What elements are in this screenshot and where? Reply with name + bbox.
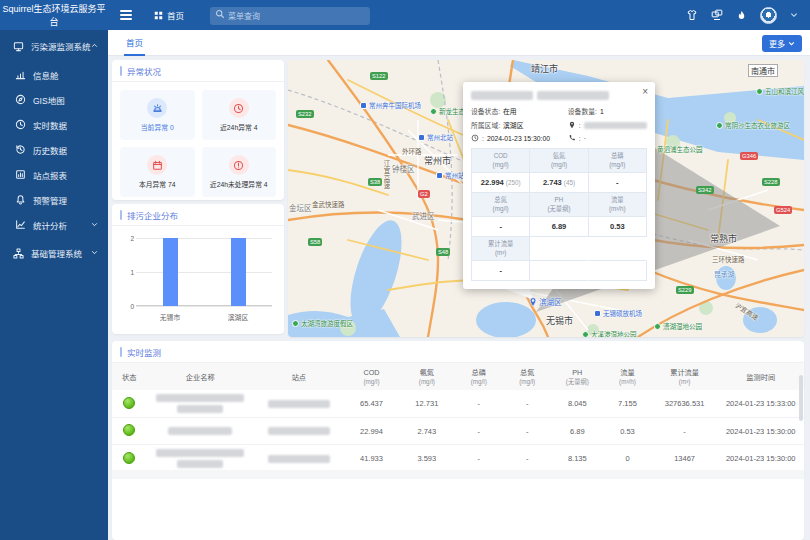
chart-panel-title: 排污企业分布 xyxy=(112,204,284,226)
map-label-南通市: 南通市 xyxy=(748,64,778,77)
sidebar-item-label: 信息舱 xyxy=(33,69,59,81)
topbar-home-link[interactable]: 首页 xyxy=(154,9,184,21)
sidebar-item-label: GIS地图 xyxy=(33,94,65,106)
map-label-金武快速路: 金武快速路 xyxy=(312,199,345,209)
sidebar-item-label: 基础管理系统 xyxy=(31,247,82,259)
sidebar-item-2[interactable]: GIS地图 xyxy=(0,87,108,112)
gridline xyxy=(136,306,272,307)
tab-home[interactable]: 首页 xyxy=(122,30,147,56)
column-header-监测时间: 监测时间 xyxy=(717,363,804,390)
x-category-label: 无锡市 xyxy=(160,312,180,322)
sidebar-item-6[interactable]: 预警管理 xyxy=(0,187,108,212)
bar-滨湖区[interactable] xyxy=(231,238,246,306)
topbar-home-label: 首页 xyxy=(167,9,184,21)
cell-value: 0.53 xyxy=(603,418,651,445)
map-label-大溪港湿地公园: 大溪港湿地公园 xyxy=(582,329,637,337)
phone-icon xyxy=(568,134,576,142)
abnormal-panel-title: 异常状况 xyxy=(112,60,284,82)
cell-value: 7.155 xyxy=(603,390,651,418)
more-button[interactable]: 更多 xyxy=(762,35,802,52)
abnormal-card-2[interactable]: 本月异常 74 xyxy=(120,147,195,197)
map-label-滨湖区[interactable]: 滨湖区 xyxy=(528,296,562,307)
chevron-up-icon xyxy=(91,41,98,51)
metric-value: 6.89 xyxy=(530,217,588,237)
app-root: Squirrel生态环境云服务平台 首页 xyxy=(0,0,810,540)
sidebar-item-8[interactable]: 基础管理系统 xyxy=(0,237,108,269)
gis-map-icon xyxy=(15,94,26,105)
abnormal-card-label: 本月异常 74 xyxy=(139,179,176,189)
flame-icon[interactable] xyxy=(736,10,747,21)
cell-value: 12.731 xyxy=(399,390,454,418)
avatar[interactable] xyxy=(760,7,777,24)
map-label-江宜高速: 江宜高速 xyxy=(381,160,391,190)
map-label-常州市: 常州市 xyxy=(424,154,451,167)
sidebar-item-5[interactable]: 站点报表 xyxy=(0,162,108,187)
abnormal-card-0[interactable]: 当前异常 0 xyxy=(120,90,195,140)
tab-bar: 首页 更多 xyxy=(108,30,810,56)
cell-value: 3.593 xyxy=(399,445,454,473)
map-label-五山和滨江风光带: 五山和滨江风光带 xyxy=(756,86,804,96)
metric-header: PH(无量纲) xyxy=(530,193,588,217)
abnormal-card-1[interactable]: 近24h异常 4 xyxy=(202,90,277,140)
sidebar-item-7[interactable]: 统计分析 xyxy=(0,212,108,237)
realtime-table: 状态企业名称站点COD(mg/l)氨氮(mg/l)总磷(mg/l)总氮(mg/l… xyxy=(112,363,804,473)
topbar-actions xyxy=(686,7,810,24)
road-shield-G524: G524 xyxy=(774,206,792,214)
search-input[interactable] xyxy=(210,7,370,25)
column-header-状态: 状态 xyxy=(112,363,147,390)
calendar-icon xyxy=(152,160,163,171)
device-status-value: 在用 xyxy=(503,106,517,116)
company-name-redacted xyxy=(147,390,254,418)
theme-skin-icon[interactable] xyxy=(686,9,698,21)
table-row-2[interactable]: 41.9333.593--8.1350134672024-01-23 15:30… xyxy=(112,445,804,473)
cell-value: 41.933 xyxy=(344,445,399,473)
chevron-down-icon[interactable] xyxy=(790,11,798,19)
map-label-常州奔牛国际机场: 常州奔牛国际机场 xyxy=(360,100,421,110)
cell-value: 2.743 xyxy=(399,418,454,445)
abnormal-card-3[interactable]: 近24h未处理异常 4 xyxy=(202,147,277,197)
cell-value: - xyxy=(503,390,551,418)
cell-value: 2024-01-23 15:30:00 xyxy=(717,418,804,445)
cell-value: - xyxy=(503,445,551,473)
sidebar-item-0[interactable]: 污染源监测系统 xyxy=(0,30,108,62)
map-label-太湖湾旅游度假区: 太湖湾旅游度假区 xyxy=(292,318,353,328)
sidebar-item-label: 预警管理 xyxy=(33,194,67,206)
metric-value-blank xyxy=(530,261,588,281)
company-distribution-panel: 排污企业分布 012无锡市滨湖区 xyxy=(112,204,284,334)
road-shield-S229: S229 xyxy=(676,286,694,294)
sidebar-item-1[interactable]: 信息舱 xyxy=(0,62,108,87)
gridline xyxy=(136,238,272,239)
map-panel[interactable]: 靖江市南通市五山和滨江风光带常阴沙生态农业旅游区黄泗浦生态公园新龙生态林常州奔牛… xyxy=(288,60,804,337)
table-row-0[interactable]: 65.43712.731--8.0457.155327636.5312024-0… xyxy=(112,390,804,418)
station-name-redacted xyxy=(254,418,344,445)
sidebar-item-4[interactable]: 历史数据 xyxy=(0,137,108,162)
location-pin-icon xyxy=(568,121,576,129)
road-shield-S228: S228 xyxy=(762,178,780,186)
sidebar-item-3[interactable]: 实时数据 xyxy=(0,112,108,137)
bar-chart: 012无锡市滨湖区 xyxy=(120,234,276,328)
region-value: 滨湖区 xyxy=(503,120,523,130)
abnormal-status-panel: 异常状况 当前异常 0近24h异常 4本月异常 74近24h未处理异常 4 xyxy=(112,60,284,200)
table-row-1[interactable]: 22.9942.743--6.890.53-2024-01-23 15:30:0… xyxy=(112,418,804,445)
column-header-COD: COD(mg/l) xyxy=(344,363,399,390)
realtime-panel-title: 实时监测 xyxy=(112,341,804,363)
app-logo: Squirrel生态环境云服务平台 xyxy=(0,2,108,28)
metric-value: - xyxy=(589,173,647,193)
hamburger-menu-icon[interactable] xyxy=(120,10,132,20)
metric-header-blank xyxy=(530,237,588,261)
menu-search xyxy=(210,5,370,26)
bar-无锡市[interactable] xyxy=(163,238,178,306)
table-scrollbar[interactable] xyxy=(799,375,803,421)
metric-header: 氨氮(mg/l) xyxy=(530,149,588,173)
clock-alert-icon xyxy=(233,103,244,114)
cell-value: - xyxy=(455,390,503,418)
close-icon[interactable]: × xyxy=(642,86,648,97)
map-label-常州北站: 常州北站 xyxy=(418,132,453,142)
station-report-icon xyxy=(15,169,26,180)
status-dot-online xyxy=(123,452,135,464)
realtime-monitor-panel: 实时监测 状态企业名称站点COD(mg/l)氨氮(mg/l)总磷(mg/l)总氮… xyxy=(112,341,804,540)
multi-screen-icon[interactable] xyxy=(711,9,723,21)
map-label-武进区: 武进区 xyxy=(412,210,435,221)
chevron-down-icon xyxy=(91,248,98,258)
clock-icon xyxy=(471,134,479,142)
